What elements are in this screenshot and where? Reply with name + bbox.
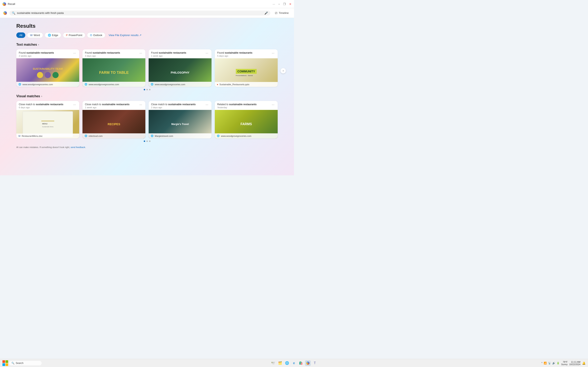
visual-matches-section: Visual matches › Close match to sustaina…	[16, 94, 278, 142]
footer-url: Margiestravel.com	[155, 135, 173, 137]
card-more-button[interactable]: ···	[271, 51, 275, 55]
footer-icon: W	[18, 135, 20, 137]
search-input-wrap[interactable]: 🔍 🎤	[9, 11, 270, 16]
footer-icon: 🌐	[85, 83, 87, 86]
footer-url: RestaurantMenu.doc	[22, 135, 43, 137]
restore-button[interactable]: ❐	[283, 2, 286, 6]
visual-match-card-4[interactable]: Related to sustainable restaurants Yeste…	[215, 101, 278, 138]
card-title: Found sustainable restaurants	[19, 51, 54, 54]
footer-url: www.woodgrovegroceries.com	[89, 83, 119, 86]
card-title: Found sustainable restaurants	[217, 51, 252, 54]
next-arrow-text[interactable]: ›	[281, 68, 286, 73]
card-title: Close match to sustainable restaurants	[85, 103, 130, 106]
filter-all[interactable]: All	[16, 33, 25, 38]
text-matches-cards: Found sustainable restaurants 2 weeks ag…	[16, 49, 278, 87]
card-more-button[interactable]: ···	[139, 103, 143, 107]
card-date: 1 week ago	[85, 106, 130, 109]
text-match-card-2[interactable]: Found sustainable restaurants 3 days ago…	[82, 49, 145, 87]
card-more-button[interactable]: ···	[205, 103, 209, 107]
timeline-icon: ⟨/⟩	[275, 11, 278, 15]
powerpoint-icon: P	[66, 34, 68, 37]
card-image: MENU Sustainable Items W RestaurantMenu.…	[16, 110, 79, 138]
card-image: FARMS 🌐 www.woodgrovegroceries.com	[215, 110, 278, 138]
timeline-button[interactable]: ⟨/⟩ Timeline	[273, 11, 291, 15]
footer-icon: 🌐	[151, 134, 154, 137]
footer-icon: 🌐	[217, 134, 220, 137]
search-input[interactable]	[17, 11, 263, 15]
dot-2[interactable]	[146, 89, 148, 90]
more-button[interactable]: ···	[273, 2, 275, 6]
text-match-card-3[interactable]: Found sustainable restaurants 1 week ago…	[149, 49, 212, 87]
footer-icon: 🌐	[18, 83, 21, 86]
footer-url: www.woodgrovegroceries.com	[22, 83, 53, 86]
card-footer: W RestaurantMenu.doc	[16, 133, 79, 138]
footer-url: www.woodgrovegroceries.com	[155, 83, 185, 86]
visual-matches-header[interactable]: Visual matches ›	[16, 94, 278, 98]
card-title: Found sustainable restaurants	[85, 51, 120, 54]
footer-url: relecloud.com	[89, 135, 103, 137]
mic-icon[interactable]: 🎤	[264, 11, 268, 15]
dot-v3[interactable]	[149, 141, 150, 142]
card-image: FARM TO TABLE 🌐 www.woodgrovegroceries.c…	[82, 58, 145, 87]
visual-match-card-3[interactable]: Close match to sustainable restaurants 2…	[149, 101, 212, 138]
dot-1[interactable]	[144, 89, 145, 90]
app-icon	[2, 2, 6, 6]
card-more-button[interactable]: ···	[271, 103, 275, 107]
card-date: Yesterday	[217, 106, 257, 109]
card-more-button[interactable]: ···	[139, 51, 143, 55]
edge-icon: 🌐	[48, 34, 51, 37]
ai-disclaimer: AI can make mistakes. If something doesn…	[16, 146, 278, 149]
footer-icon: 🌐	[151, 83, 154, 86]
card-more-button[interactable]: ···	[205, 51, 209, 55]
minimize-button[interactable]: −	[278, 2, 280, 6]
text-match-card-4[interactable]: Found sustainable restaurants 5 days ago…	[215, 49, 278, 87]
card-footer: ● Sustainable_Restaurants.pptx	[215, 82, 278, 87]
card-date: 5 days ago	[217, 55, 252, 57]
text-matches-header[interactable]: Text matches ›	[16, 43, 278, 47]
text-matches-section: Text matches › Found sustainable restaur…	[16, 43, 278, 90]
dot-v2[interactable]	[146, 141, 148, 142]
card-date: 1 week ago	[151, 55, 186, 57]
titlebar: Recall ··· − ❐ ✕	[0, 0, 294, 8]
word-icon: W	[30, 34, 33, 37]
footer-icon: ●	[217, 83, 218, 86]
main-content: Results All W Word 🌐 Edge P PowerPoint O…	[0, 18, 294, 175]
searchbar-area: 🔍 🎤 ⟨/⟩ Timeline	[0, 8, 294, 18]
app-title: Recall	[8, 2, 271, 6]
back-icon	[3, 11, 7, 15]
filter-outlook[interactable]: O Outlook	[87, 33, 105, 38]
filter-edge[interactable]: 🌐 Edge	[45, 33, 61, 38]
card-title: Close match to sustainable restaurants	[19, 103, 63, 106]
text-match-card-1[interactable]: Found sustainable restaurants 2 weeks ag…	[16, 49, 79, 87]
view-file-link[interactable]: View File Explorer results ↗	[109, 34, 141, 37]
card-more-button[interactable]: ···	[72, 103, 77, 107]
card-title: Related to sustainable restaurants	[217, 103, 257, 106]
window-controls: ··· − ❐ ✕	[273, 2, 292, 6]
card-footer: 🌐 www.woodgrovegroceries.com	[16, 82, 79, 87]
visual-match-card-2[interactable]: Close match to sustainable restaurants 1…	[82, 101, 145, 138]
footer-url: www.woodgrovegroceries.com	[221, 135, 251, 137]
card-date: 3 days ago	[85, 55, 120, 57]
filter-pills: All W Word 🌐 Edge P PowerPoint O Outlook…	[16, 33, 278, 38]
visual-matches-dots	[16, 141, 278, 142]
card-date: 2 weeks ago	[19, 55, 54, 57]
send-feedback-link[interactable]: send feedback	[71, 146, 85, 149]
results-title: Results	[16, 23, 278, 29]
search-icon: 🔍	[12, 11, 15, 15]
dot-3[interactable]	[149, 89, 150, 90]
footer-url: Sustainable_Restaurants.pptx	[219, 83, 250, 86]
card-date: 2 days ago	[151, 106, 196, 109]
dot-v1[interactable]	[144, 141, 145, 142]
filter-powerpoint[interactable]: P PowerPoint	[63, 33, 85, 38]
visual-match-card-1[interactable]: Close match to sustainable restaurants 6…	[16, 101, 79, 138]
footer-icon: 🌐	[85, 134, 87, 137]
card-title: Close match to sustainable restaurants	[151, 103, 196, 106]
outlook-icon: O	[90, 34, 92, 37]
chevron-right-icon: ›	[41, 95, 42, 98]
card-image: RECIPES 🌐 relecloud.com	[82, 110, 145, 138]
filter-word[interactable]: W Word	[27, 33, 43, 38]
text-matches-dots	[16, 89, 278, 90]
chevron-right-icon: ›	[38, 43, 39, 46]
card-more-button[interactable]: ···	[72, 51, 77, 55]
close-button[interactable]: ✕	[289, 2, 292, 6]
